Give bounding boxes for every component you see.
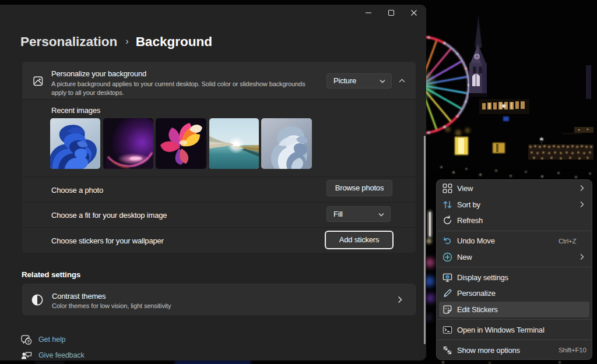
svg-text:?: ?	[27, 339, 30, 344]
